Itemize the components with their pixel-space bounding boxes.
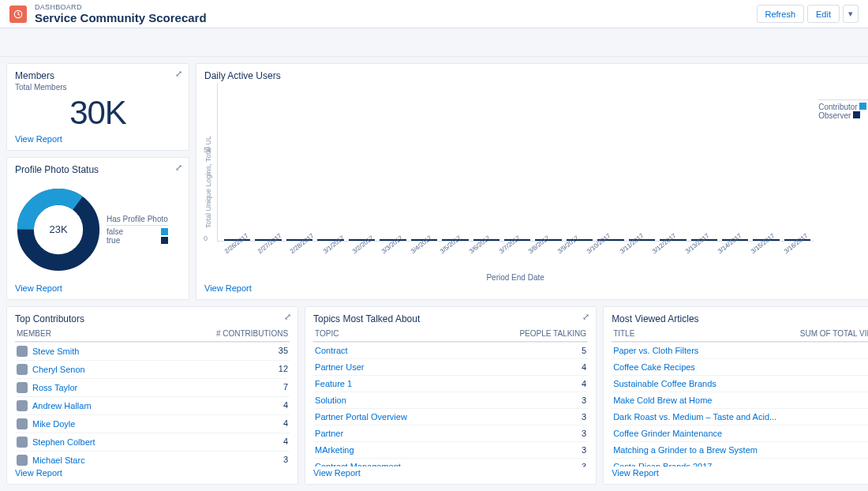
members-title: Members [15,70,181,81]
expand-icon[interactable]: ⤢ [175,69,182,79]
row-link[interactable]: Andrew Hallam [32,401,92,410]
page-title: Service Community Scorecard [35,11,749,24]
table-row: Costa Rican Brands 20176 [612,459,868,467]
row-link[interactable]: Partner Portal Overview [315,412,407,422]
row-link[interactable]: Coffee Cake Recipes [613,362,695,372]
row-link[interactable]: Sustainable Coffee Brands [613,379,716,388]
legend-false: false [107,227,123,236]
row-link[interactable]: Stephen Colbert [32,437,95,447]
avatar [17,346,28,357]
row-link[interactable]: MArketing [315,445,354,455]
legend-observer: Observer [818,111,851,120]
row-link[interactable]: Matching a Grinder to a Brew System [613,445,758,455]
y-axis-label: Total Unique Logins, Total UL [204,83,212,282]
row-link[interactable]: Paper vs. Cloth Filters [613,346,698,355]
table-row: Partner3 [313,425,588,442]
topics-card: ⤢ Topics Most Talked About TOPICPEOPLE T… [305,306,597,485]
donut-chart: 23K [15,186,102,273]
legend-true: true [107,236,120,245]
dau-title: Daily Active Users [204,70,868,81]
table-row: Partner User4 [313,359,588,376]
row-value: 3 [582,462,586,467]
row-link[interactable]: Partner [315,429,343,438]
row-value: 5 [582,346,586,355]
topics-title: Topics Most Talked About [313,313,588,324]
row-link[interactable]: Partner User [315,362,364,372]
members-subtitle: Total Members [15,83,181,92]
x-axis-label: Period End Date [217,273,814,282]
edit-button[interactable]: Edit [807,5,840,23]
row-link[interactable]: Solution [315,395,346,405]
more-actions-button[interactable]: ▾ [843,5,859,23]
expand-icon[interactable]: ⤢ [582,312,589,322]
page-header: DASHBOARD Service Community Scorecard Re… [0,0,868,28]
expand-icon[interactable]: ⤢ [175,163,182,173]
view-report-link[interactable]: View Report [204,283,868,293]
sub-header-bar [0,28,868,57]
row-link[interactable]: Contract Management [315,462,401,467]
row-link[interactable]: Ross Taylor [32,383,77,392]
table-row: Cheryl Senon12 [15,361,290,379]
table-row: Solution3 [313,392,588,409]
view-report-link[interactable]: View Report [612,468,868,478]
row-value: 4 [582,362,586,372]
col-title: TITLE [613,329,634,338]
row-link[interactable]: Michael Starc [32,455,85,465]
articles-card: ⤢ Most Viewed Articles TITLESUM OF TOTAL… [603,306,868,485]
row-link[interactable]: Cheryl Senon [32,365,85,374]
table-row: Sustainable Coffee Brands10 [612,376,868,392]
table-row: Contract5 [313,343,588,359]
avatar [17,364,28,375]
row-link[interactable]: Dark Roast vs. Medium – Taste and Acid..… [613,412,776,422]
refresh-button[interactable]: Refresh [757,5,805,23]
view-report-link[interactable]: View Report [15,134,181,144]
table-row: Feature 14 [313,376,588,392]
row-link[interactable]: Contract [315,346,348,355]
donut-center-value: 23K [15,186,102,273]
row-link[interactable]: Costa Rican Brands 2017 [613,462,712,467]
legend-title: Type [818,89,868,100]
table-row: Ross Taylor7 [15,379,290,397]
table-row: Coffee Grinder Maintenance8 [612,425,868,442]
view-report-link[interactable]: View Report [15,468,290,478]
bar-plot: 5k 0 [217,83,814,242]
col-people: PEOPLE TALKING [519,329,586,338]
row-link[interactable]: Steve Smith [32,347,79,356]
row-link[interactable]: Mike Doyle [32,419,75,429]
dau-chart-card: ⤢ Daily Active Users Total Unique Logins… [196,63,868,300]
table-row: Partner Portal Overview3 [313,409,588,425]
avatar [17,437,28,448]
row-link[interactable]: Feature 1 [315,379,352,388]
profile-photo-card: ⤢ Profile Photo Status 23K Has Profile P… [6,157,189,300]
row-value: 3 [283,455,288,466]
row-value: 4 [283,437,288,448]
articles-title: Most Viewed Articles [612,313,868,324]
expand-icon[interactable]: ⤢ [284,312,291,322]
row-value: 12 [279,364,288,375]
avatar [17,400,28,411]
col-contributions: # CONTRIBUTIONS [216,329,288,338]
table-row: Contract Management3 [313,459,588,467]
table-row: Steve Smith35 [15,343,290,361]
view-report-link[interactable]: View Report [15,283,181,293]
row-link[interactable]: Make Cold Brew at Home [613,395,712,405]
table-row: Andrew Hallam4 [15,397,290,415]
table-row: Coffee Cake Recipes14 [612,359,868,376]
col-member: MEMBER [17,329,51,338]
y-tick: 0 [204,234,208,242]
table-row: Michael Starc3 [15,452,290,467]
table-row: Make Cold Brew at Home8 [612,392,868,409]
legend-contributor: Contributor [818,103,857,111]
avatar [17,418,28,429]
chart-legend: Type Contributor Observer [818,83,868,282]
table-row: MArketing3 [313,442,588,459]
table-row: Matching a Grinder to a Brew System6 [612,442,868,459]
row-value: 3 [582,395,586,405]
row-link[interactable]: Coffee Grinder Maintenance [613,429,722,438]
avatar [17,382,28,393]
row-value: 35 [279,346,288,357]
view-report-link[interactable]: View Report [313,468,588,478]
members-metric: 30K [15,95,181,131]
row-value: 3 [582,429,586,438]
row-value: 3 [582,445,586,455]
